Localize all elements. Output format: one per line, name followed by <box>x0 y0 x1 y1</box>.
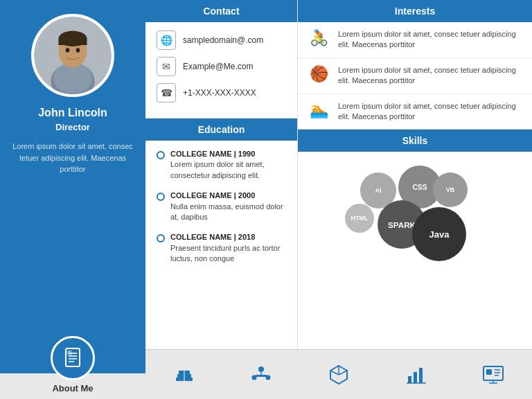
resume-svg-icon <box>62 347 84 369</box>
edu-item-2: COLLEGE NAME | 2000 Nulla enim massa, eu… <box>157 190 286 222</box>
contact-web-text: sampledomain@.com <box>183 35 263 45</box>
nav-icon-chart[interactable] <box>404 362 429 387</box>
skill-bubble-html: HTML <box>345 204 374 233</box>
contact-email-text: Example@Me.com <box>183 62 254 71</box>
contact-item-web: 🌐 sampledomain@.com <box>157 30 286 50</box>
nav-icon-meeting[interactable] <box>249 362 274 387</box>
skills-header: Skills <box>298 130 532 152</box>
interests-section: Interests 🚴 Lorem ipsum dolor sit amet, … <box>298 0 532 130</box>
avatar <box>31 14 114 97</box>
svg-point-20 <box>258 366 264 372</box>
svg-rect-33 <box>419 368 423 383</box>
svg-line-26 <box>267 377 268 378</box>
skill-bubble-java: Java <box>412 207 466 261</box>
interest-text-2: Lorem ipsum dolor sit amet, consec tetue… <box>338 65 522 87</box>
edu-content-2: COLLEGE NAME | 2000 Nulla enim massa, eu… <box>170 190 286 222</box>
phone-icon: ☎ <box>157 83 176 103</box>
education-header: Education <box>145 118 297 141</box>
edu-dot-3 <box>157 234 165 242</box>
contact-item-phone: ☎ +1-XXX-XXX-XXXX <box>157 83 286 103</box>
interests-header: Interests <box>298 0 532 22</box>
contact-section: 🌐 sampledomain@.com ✉ Example@Me.com ☎ +… <box>145 22 297 118</box>
edu-dot-1 <box>157 151 165 159</box>
edu-content-3: COLLEGE NAME | 2018 Praesent tincidunt p… <box>170 232 286 264</box>
middle-column: Contact 🌐 sampledomain@.com ✉ Example@Me… <box>145 0 298 399</box>
svg-rect-36 <box>486 369 492 375</box>
interest-text-1: Lorem ipsum dolor sit amet, consec tetue… <box>338 29 522 51</box>
email-icon: ✉ <box>157 57 176 76</box>
svg-point-7 <box>66 48 70 53</box>
interest-text-3: Lorem ipsum dolor sit amet, consec tetue… <box>338 101 522 123</box>
skills-bubbles: AICSSSPARKVBHTMLJava <box>298 152 532 276</box>
resume-icon[interactable] <box>51 336 95 380</box>
basketball-icon: 🏀 <box>308 65 330 83</box>
nav-icon-books[interactable] <box>172 362 197 387</box>
svg-rect-6 <box>58 39 87 45</box>
edu-dot-2 <box>157 193 165 201</box>
svg-line-25 <box>254 377 256 378</box>
skill-bubble-vb: VB <box>433 172 468 207</box>
svg-line-29 <box>330 371 339 375</box>
contact-phone-text: +1-XXX-XXX-XXXX <box>183 88 256 98</box>
main-container: John Lincoln Director Lorem ipsum dolor … <box>0 0 532 399</box>
bottom-nav <box>145 349 532 399</box>
svg-rect-23 <box>256 375 267 377</box>
cycling-icon: 🚴 <box>308 29 330 47</box>
right-column: Interests 🚴 Lorem ipsum dolor sit amet, … <box>298 0 532 399</box>
person-bio: Lorem ipsum dolor sit amet, consec tetue… <box>0 141 145 175</box>
nav-icon-screen[interactable] <box>481 362 506 387</box>
nav-icon-cube[interactable] <box>326 362 351 387</box>
contact-header: Contact <box>145 0 297 22</box>
svg-rect-32 <box>414 372 417 383</box>
interest-item-2: 🏀 Lorem ipsum dolor sit amet, consec tet… <box>298 58 532 94</box>
svg-rect-31 <box>408 376 411 383</box>
person-name: John Lincoln <box>38 107 107 119</box>
svg-point-8 <box>76 48 80 53</box>
web-icon: 🌐 <box>157 30 176 50</box>
swimming-icon: 🏊 <box>308 101 330 119</box>
interest-item-1: 🚴 Lorem ipsum dolor sit amet, consec tet… <box>298 22 532 58</box>
sidebar-bottom: About Me <box>0 336 145 399</box>
person-title: Director <box>55 122 90 132</box>
svg-line-30 <box>339 371 347 375</box>
edu-item-3: COLLEGE NAME | 2018 Praesent tincidunt p… <box>157 232 286 264</box>
edu-item-1: COLLEGE NAME | 1990 Lorem ipsum dolor si… <box>157 149 286 181</box>
contact-item-email: ✉ Example@Me.com <box>157 57 286 76</box>
edu-content-1: COLLEGE NAME | 1990 Lorem ipsum dolor si… <box>170 149 286 181</box>
interest-item-3: 🏊 Lorem ipsum dolor sit amet, consec tet… <box>298 94 532 130</box>
left-sidebar: John Lincoln Director Lorem ipsum dolor … <box>0 0 145 399</box>
